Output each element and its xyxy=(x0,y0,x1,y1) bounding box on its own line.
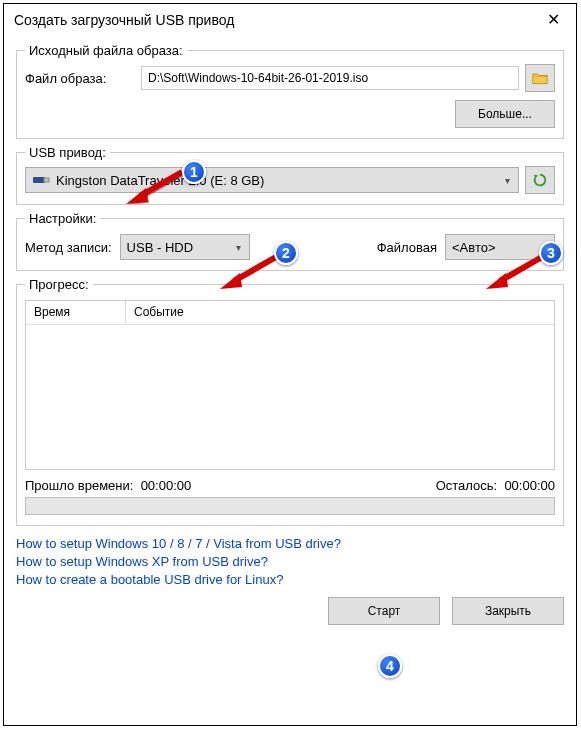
filesystem-select[interactable]: <Авто> ▾ xyxy=(445,234,555,260)
list-headers: Время Событие xyxy=(26,301,554,325)
titlebar: Создать загрузочный USB привод ✕ xyxy=(4,4,576,33)
svg-rect-1 xyxy=(44,178,49,182)
elapsed-text: Прошло времени: 00:00:00 xyxy=(25,478,191,493)
window-title: Создать загрузочный USB привод xyxy=(14,12,234,28)
col-time: Время xyxy=(26,301,126,325)
badge-4: 4 xyxy=(378,654,402,678)
close-button[interactable]: Закрыть xyxy=(452,597,564,625)
settings-group: Настройки: Метод записи: USB - HDD ▾ Фай… xyxy=(16,211,564,271)
imagefile-group-title: Исходный файла образа: xyxy=(25,43,187,58)
col-event: Событие xyxy=(126,301,554,325)
progress-bar xyxy=(25,497,555,515)
usb-group: USB привод: Kingston DataTraveler 2.0 (E… xyxy=(16,145,564,205)
browse-button[interactable] xyxy=(525,64,555,92)
link-linux-guide[interactable]: How to create a bootable USB drive for L… xyxy=(16,572,564,587)
chevron-down-icon: ▾ xyxy=(541,242,546,253)
svg-rect-0 xyxy=(33,177,45,183)
refresh-icon xyxy=(532,171,548,189)
more-button[interactable]: Больше... xyxy=(455,100,555,128)
help-links: How to setup Windows 10 / 8 / 7 / Vista … xyxy=(16,536,564,587)
imagefile-label: Файл образа: xyxy=(25,71,135,86)
footer-buttons: Старт Закрыть xyxy=(16,597,564,625)
progress-group-title: Прогресс: xyxy=(25,277,93,292)
filesystem-label: Файловая xyxy=(377,240,437,255)
start-button[interactable]: Старт xyxy=(328,597,440,625)
progress-group: Прогресс: Время Событие Прошло времени: … xyxy=(16,277,564,526)
write-method-select[interactable]: USB - HDD ▾ xyxy=(120,234,250,260)
close-icon[interactable]: ✕ xyxy=(541,10,566,29)
link-windows-guide[interactable]: How to setup Windows 10 / 8 / 7 / Vista … xyxy=(16,536,564,551)
usb-stick-icon xyxy=(32,174,50,186)
chevron-down-icon: ▾ xyxy=(236,242,241,253)
usb-group-title: USB привод: xyxy=(25,145,110,160)
usb-drive-select[interactable]: Kingston DataTraveler 2.0 (E: 8 GB) ▾ xyxy=(25,167,519,193)
settings-group-title: Настройки: xyxy=(25,211,100,226)
usb-selected-label: Kingston DataTraveler 2.0 (E: 8 GB) xyxy=(56,173,264,188)
progress-list: Время Событие xyxy=(25,300,555,470)
remaining-text: Осталось: 00:00:00 xyxy=(436,478,555,493)
refresh-button[interactable] xyxy=(525,166,555,194)
filesystem-value: <Авто> xyxy=(452,240,496,255)
imagefile-group: Исходный файла образа: Файл образа: Боль… xyxy=(16,43,564,139)
folder-icon xyxy=(532,70,548,86)
write-method-value: USB - HDD xyxy=(127,240,193,255)
link-xp-guide[interactable]: How to setup Windows XP from USB drive? xyxy=(16,554,564,569)
write-method-label: Метод записи: xyxy=(25,240,112,255)
imagefile-input[interactable] xyxy=(141,66,519,90)
chevron-down-icon: ▾ xyxy=(505,175,510,186)
